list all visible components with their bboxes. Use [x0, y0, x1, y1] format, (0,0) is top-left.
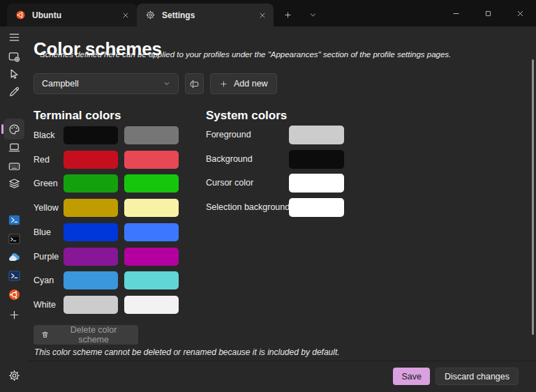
page-subtitle: Schemes defined here can be applied to y…: [40, 50, 451, 59]
color-schemes-icon: [8, 123, 21, 136]
new-tab-button[interactable]: [278, 5, 297, 24]
close-tab-icon[interactable]: [121, 11, 130, 20]
ubuntu-icon: [8, 288, 21, 301]
sidebar-item-add-profile[interactable]: [3, 304, 24, 325]
color-row-label: Selection background: [206, 198, 290, 217]
startup-icon: [8, 50, 21, 63]
add-icon: [8, 308, 21, 322]
maximize-icon: [484, 9, 493, 18]
color-schemes-page: Color schemes Schemes defined here can b…: [28, 27, 536, 392]
swatch-bright-purple[interactable]: [124, 248, 179, 266]
swatch-white[interactable]: [64, 296, 118, 314]
add-new-button[interactable]: Add new: [210, 73, 277, 94]
scheme-controls-row: Campbell Add new: [34, 73, 277, 94]
rendering-icon: [8, 141, 21, 154]
tab-label: Ubuntu: [32, 10, 61, 20]
maximize-button[interactable]: [472, 0, 504, 27]
system-color-row-foreground: Foreground: [28, 126, 536, 144]
minimize-button[interactable]: [440, 0, 472, 27]
scheme-dropdown[interactable]: Campbell: [34, 73, 179, 94]
sidebar-item-profile-powershell[interactable]: [3, 209, 24, 230]
swatch-blue[interactable]: [64, 223, 118, 241]
plus-icon: [219, 80, 228, 89]
swatch-cursor-color[interactable]: [289, 174, 344, 193]
tab-label: Settings: [162, 10, 195, 20]
system-colors-heading: System colors: [206, 109, 287, 123]
discard-changes-button[interactable]: Discard changes: [436, 368, 519, 385]
scheme-dropdown-value: Campbell: [42, 79, 79, 89]
color-row-label: Foreground: [206, 126, 251, 144]
terminal-colors-heading: Terminal colors: [34, 109, 121, 123]
sidebar-item-settings[interactable]: [3, 365, 24, 386]
terminal-color-row-cyan: Cyan: [28, 271, 536, 290]
menu-icon: [8, 31, 21, 44]
close-tab-icon[interactable]: [258, 11, 267, 20]
save-button[interactable]: Save: [393, 368, 430, 385]
vertical-scrollbar[interactable]: [532, 59, 534, 335]
sidebar-item-profile-windows-powershell[interactable]: [3, 265, 24, 286]
ubuntu-icon: [15, 10, 26, 20]
appearance-icon: [8, 85, 21, 98]
gear-icon: [145, 10, 156, 20]
swatch-bright-cyan[interactable]: [124, 271, 179, 289]
swatch-foreground[interactable]: [289, 126, 344, 144]
delete-button-label: Delete color scheme: [56, 325, 131, 345]
system-color-row-selection-background: Selection background: [28, 198, 536, 217]
rename-scheme-button[interactable]: [185, 73, 204, 94]
sidebar-item-rendering[interactable]: [3, 137, 24, 158]
tab-ubuntu[interactable]: Ubuntu: [7, 3, 137, 27]
window-controls: [440, 0, 536, 27]
color-row-label: Purple: [34, 248, 59, 266]
sidebar: [0, 27, 28, 392]
swatch-purple[interactable]: [64, 248, 118, 266]
default-scheme-footnote: This color scheme cannot be deleted or r…: [34, 347, 340, 357]
tab-strip: UbuntuSettings: [0, 0, 274, 27]
swatch-selection-background[interactable]: [289, 198, 344, 217]
tab-settings[interactable]: Settings: [137, 3, 274, 27]
terminal-color-row-white: White: [28, 296, 536, 315]
footer-divider: [28, 361, 536, 361]
tab-switcher-button[interactable]: [303, 5, 322, 24]
delete-color-scheme-button[interactable]: Delete color scheme: [34, 325, 138, 345]
actions-icon: [8, 160, 21, 173]
sidebar-item-compatibility[interactable]: [3, 173, 24, 194]
azure-cloud-shell-icon: [8, 250, 21, 264]
new-tab-icon: [283, 10, 292, 20]
color-row-label: Background: [206, 150, 253, 169]
terminal-settings-window: UbuntuSettings Color schemes Schemes def…: [0, 0, 536, 392]
terminal-color-row-purple: Purple: [28, 248, 536, 266]
close-button[interactable]: [504, 0, 536, 27]
windows-powershell-icon: [8, 269, 21, 282]
sidebar-item-menu[interactable]: [3, 27, 24, 47]
footer-actions: Save Discard changes: [393, 368, 519, 385]
titlebar: UbuntuSettings: [0, 0, 536, 27]
compatibility-icon: [8, 177, 21, 190]
add-new-label: Add new: [234, 79, 268, 89]
trash-icon: [40, 330, 50, 340]
chevron-down-icon: [308, 10, 318, 20]
swatch-bright-blue[interactable]: [124, 223, 179, 241]
powershell-icon: [8, 213, 21, 227]
command-prompt-icon: [8, 232, 21, 246]
terminal-color-row-blue: Blue: [28, 223, 536, 242]
interaction-icon: [8, 68, 21, 81]
rename-icon: [189, 79, 200, 89]
close-icon: [516, 9, 525, 18]
color-row-label: Cursor color: [206, 174, 253, 193]
system-color-row-background: Background: [28, 150, 536, 169]
minimize-icon: [452, 9, 461, 18]
color-row-label: Blue: [34, 223, 51, 242]
sidebar-item-profile-azure-cloud-shell[interactable]: [3, 246, 24, 267]
color-row-label: White: [34, 296, 56, 315]
chevron-down-icon: [163, 80, 171, 88]
swatch-bright-white[interactable]: [124, 296, 179, 314]
active-indicator: [1, 124, 3, 134]
gear-icon: [8, 369, 21, 382]
swatch-background[interactable]: [289, 150, 344, 169]
swatch-cyan[interactable]: [64, 271, 118, 289]
color-row-label: Cyan: [34, 271, 54, 290]
sidebar-item-profile-ubuntu[interactable]: [3, 284, 24, 305]
system-color-row-cursor-color: Cursor color: [28, 174, 536, 193]
sidebar-item-appearance[interactable]: [3, 81, 24, 102]
